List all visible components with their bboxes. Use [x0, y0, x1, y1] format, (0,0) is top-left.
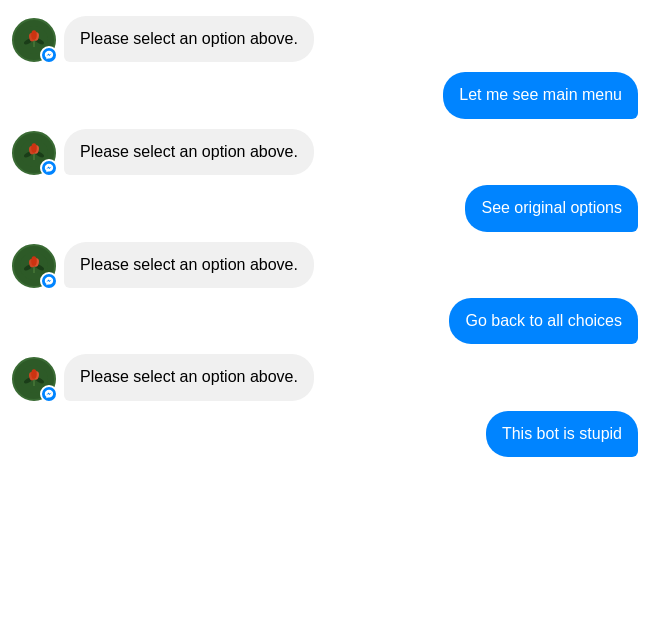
message-row: Please select an option above.	[12, 129, 638, 175]
messenger-icon	[44, 50, 54, 60]
bot-message-text: Please select an option above.	[80, 256, 298, 273]
svg-point-6	[31, 31, 37, 41]
user-message-text: Go back to all choices	[465, 312, 622, 329]
message-row: Go back to all choices	[12, 298, 638, 344]
user-message-bubble: Let me see main menu	[443, 72, 638, 118]
message-row: Please select an option above.	[12, 16, 638, 62]
message-row: Let me see main menu	[12, 72, 638, 118]
svg-point-20	[31, 256, 37, 266]
messenger-icon	[44, 276, 54, 286]
svg-point-13	[31, 143, 37, 153]
messenger-badge	[40, 272, 58, 290]
bot-message-text: Please select an option above.	[80, 368, 298, 385]
message-row: Please select an option above.	[12, 242, 638, 288]
bot-message-bubble: Please select an option above.	[64, 242, 314, 288]
user-message-bubble: Go back to all choices	[449, 298, 638, 344]
bot-message-text: Please select an option above.	[80, 30, 298, 47]
message-row: Please select an option above.	[12, 354, 638, 400]
bot-message-bubble: Please select an option above.	[64, 129, 314, 175]
messenger-icon	[44, 389, 54, 399]
messenger-icon	[44, 163, 54, 173]
message-row: See original options	[12, 185, 638, 231]
bot-message-bubble: Please select an option above.	[64, 354, 314, 400]
user-message-bubble: See original options	[465, 185, 638, 231]
user-message-bubble: This bot is stupid	[486, 411, 638, 457]
bot-avatar-wrapper	[12, 18, 56, 62]
bot-avatar-wrapper	[12, 244, 56, 288]
bot-message-text: Please select an option above.	[80, 143, 298, 160]
messenger-badge	[40, 385, 58, 403]
user-message-text: This bot is stupid	[502, 425, 622, 442]
user-message-text: Let me see main menu	[459, 86, 622, 103]
messenger-badge	[40, 46, 58, 64]
user-message-text: See original options	[481, 199, 622, 216]
svg-point-27	[31, 369, 37, 379]
chat-container: Please select an option above. Let me se…	[0, 0, 650, 641]
message-row: This bot is stupid	[12, 411, 638, 457]
bot-avatar-wrapper	[12, 131, 56, 175]
bot-avatar-wrapper	[12, 357, 56, 401]
messenger-badge	[40, 159, 58, 177]
bot-message-bubble: Please select an option above.	[64, 16, 314, 62]
